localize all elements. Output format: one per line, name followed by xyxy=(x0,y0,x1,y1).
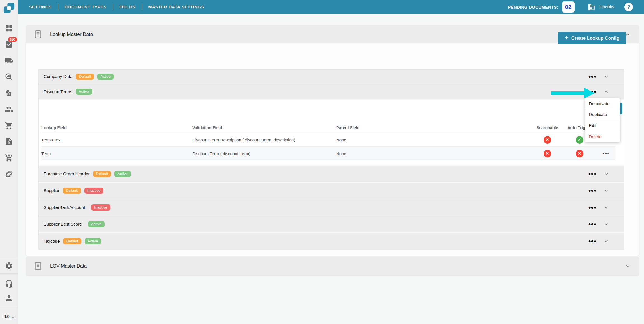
document-lines-icon xyxy=(34,30,42,39)
config-row-purchase-order-header[interactable]: Purchase Order Header Default Active ••• xyxy=(39,166,624,183)
nav-fields[interactable]: FIELDS xyxy=(118,3,137,11)
tasks-check-icon[interactable]: 180 xyxy=(5,40,13,49)
col-header-lookup-field: Lookup Field xyxy=(41,126,192,130)
orbit-globe-icon[interactable] xyxy=(5,170,13,178)
settings-gear-icon[interactable] xyxy=(5,262,13,270)
pending-documents-label: PENDING DOCUMENTS: xyxy=(508,5,558,10)
cart-add-icon[interactable] xyxy=(5,154,13,162)
chevron-down-icon[interactable] xyxy=(624,263,631,269)
chevron-down-icon[interactable] xyxy=(603,171,609,177)
lookup-panel-title: Lookup Master Data xyxy=(50,32,93,37)
status-badge: Inactive xyxy=(91,204,110,211)
main-nav: SETTINGS DOCUMENT TYPES FIELDS MASTER DA… xyxy=(28,3,205,11)
status-badge: Default xyxy=(76,74,94,80)
chevron-down-icon[interactable] xyxy=(603,238,609,244)
menu-item-edit[interactable]: Edit xyxy=(585,120,620,131)
lov-master-data-panel: LOV Master Data xyxy=(26,257,639,276)
lookup-fields-table: Lookup Field Validation Field Parent Fie… xyxy=(41,123,616,160)
menu-item-delete[interactable]: Delete xyxy=(585,131,620,142)
docbits-logo-icon[interactable] xyxy=(3,2,15,14)
config-row-company-data[interactable]: Company Data Default Active ••• xyxy=(39,70,624,84)
shipping-truck-icon[interactable] xyxy=(5,56,13,65)
status-badge: Active xyxy=(97,74,114,80)
lookup-field-value: Term xyxy=(41,151,192,156)
left-sidebar: 180 xyxy=(0,0,18,324)
shopping-cart-icon[interactable] xyxy=(5,121,13,130)
parent-field-value: None xyxy=(336,138,532,142)
menu-item-duplicate[interactable]: Duplicate xyxy=(585,109,620,120)
nav-separator xyxy=(58,4,58,10)
validation-field-value: Discount Term ( discount_term) xyxy=(192,151,336,156)
help-glyph: ? xyxy=(627,4,630,10)
status-badge: Active xyxy=(85,238,101,245)
config-name: Supplier Best Score xyxy=(43,222,82,227)
brand-label: DocBits xyxy=(600,4,614,10)
table-row: Terms Text Discount Term Description ( d… xyxy=(41,133,616,147)
table-header-row: Lookup Field Validation Field Parent Fie… xyxy=(41,123,616,133)
status-badge: Default xyxy=(93,171,111,177)
status-cross-icon: ✕ xyxy=(576,150,583,157)
document-lines-icon xyxy=(34,262,42,271)
chevron-down-icon[interactable] xyxy=(603,188,609,194)
nav-document-types[interactable]: DOCUMENT TYPES xyxy=(63,3,108,11)
nav-settings[interactable]: SETTINGS xyxy=(28,3,53,11)
company-building-icon[interactable] xyxy=(588,3,595,11)
nav-master-data-settings[interactable]: MASTER DATA SETTINGS xyxy=(147,3,205,11)
config-name: Supplier xyxy=(43,188,60,193)
lookup-field-value: Terms Text xyxy=(41,138,192,142)
config-name: Taxcode xyxy=(43,239,60,244)
row-context-menu: Deactivate Duplicate Edit Delete xyxy=(585,98,620,142)
status-badge: Active xyxy=(114,171,131,177)
chevron-up-icon[interactable] xyxy=(603,89,609,95)
status-cross-icon: ✕ xyxy=(544,136,551,144)
config-name: Purchase Order Header xyxy=(43,171,90,176)
invoice-document-icon[interactable] xyxy=(5,138,13,146)
parent-field-value: None xyxy=(336,151,532,156)
nav-separator xyxy=(142,4,142,10)
dashboard-grid-icon[interactable] xyxy=(5,24,13,32)
status-badge: Default xyxy=(63,188,81,194)
notification-count-badge: 180 xyxy=(8,37,17,42)
pending-documents-count[interactable]: 02 xyxy=(562,1,575,13)
config-row-taxcode[interactable]: Taxcode Default Active ••• xyxy=(39,233,624,250)
config-row-supplierbankaccount[interactable]: SupplierBankAccount Inactive ••• xyxy=(39,199,624,216)
top-navigation-bar: SETTINGS DOCUMENT TYPES FIELDS MASTER DA… xyxy=(18,0,644,14)
lov-panel-title: LOV Master Data xyxy=(50,263,87,269)
chevron-down-icon[interactable] xyxy=(603,74,609,80)
plus-icon: + xyxy=(565,34,569,41)
discountterms-expanded-section: Lookup Field Validation Field Parent Fie… xyxy=(39,100,624,166)
status-badge: Active xyxy=(88,221,105,228)
lov-panel-header[interactable]: LOV Master Data xyxy=(26,257,639,276)
workflow-tree-icon[interactable] xyxy=(5,89,13,97)
create-lookup-config-button[interactable]: + Create Lookup Config xyxy=(558,32,626,44)
version-label: 8.0.... xyxy=(4,314,14,319)
nav-separator xyxy=(113,4,113,10)
help-icon[interactable]: ? xyxy=(624,3,633,11)
col-header-parent-field: Parent Field xyxy=(336,126,532,130)
create-lookup-config-label: Create Lookup Config xyxy=(571,36,619,41)
lookup-panel-header[interactable]: Lookup Master Data xyxy=(26,25,639,43)
analytics-search-icon[interactable] xyxy=(5,73,13,81)
users-icon[interactable] xyxy=(5,105,13,113)
status-badge: Inactive xyxy=(84,188,104,194)
sidebar-icon-stack: 180 xyxy=(0,24,18,178)
config-row-supplier[interactable]: Supplier Default Inactive ••• xyxy=(39,183,624,199)
config-name: DiscountTerms xyxy=(43,89,72,94)
config-row-discountterms[interactable]: DiscountTerms Active ••• xyxy=(39,84,624,100)
chevron-down-icon[interactable] xyxy=(603,204,609,211)
sidebar-bottom-group: 8.0.... xyxy=(0,258,18,324)
status-badge: Default xyxy=(63,238,81,245)
chevron-down-icon[interactable] xyxy=(603,221,609,227)
validation-field-value: Discount Term Description ( discount_ter… xyxy=(192,138,336,142)
status-check-icon: ✓ xyxy=(576,136,583,144)
user-profile-icon[interactable] xyxy=(5,294,13,302)
table-row: Term Discount Term ( discount_term) None… xyxy=(41,147,616,160)
config-name: SupplierBankAccount xyxy=(43,205,85,210)
col-header-validation-field: Validation Field xyxy=(192,126,336,130)
config-row-supplier-best-score[interactable]: Supplier Best Score Active ••• xyxy=(39,216,624,233)
support-headset-icon[interactable] xyxy=(5,280,13,288)
status-badge: Active xyxy=(76,89,92,95)
menu-item-deactivate[interactable]: Deactivate xyxy=(585,98,620,109)
status-cross-icon: ✕ xyxy=(544,150,551,157)
config-name: Company Data xyxy=(43,74,72,79)
